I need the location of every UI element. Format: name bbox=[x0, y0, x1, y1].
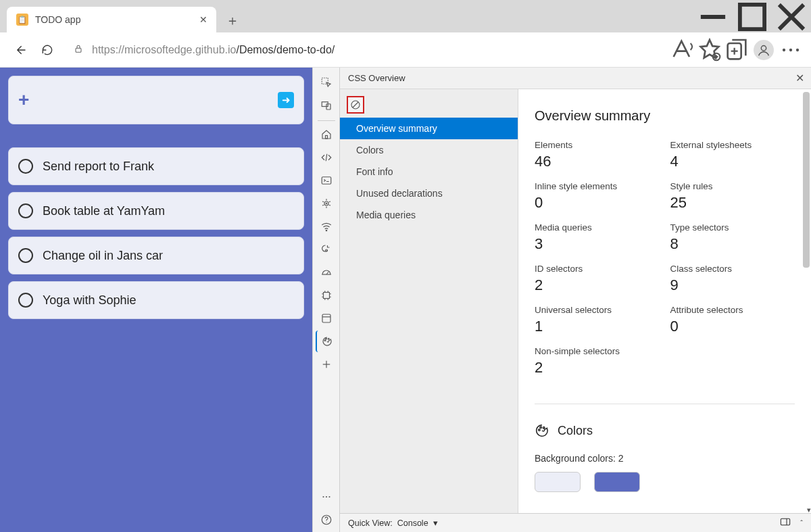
scrollbar[interactable]: ▾ bbox=[803, 92, 810, 513]
css-overview-panel: CSS Overview ✕ Overview summary Colors F… bbox=[339, 68, 811, 532]
svg-rect-20 bbox=[323, 293, 329, 299]
close-panel-button[interactable]: ✕ bbox=[795, 72, 804, 84]
todo-checkbox[interactable] bbox=[18, 203, 33, 218]
welcome-icon[interactable] bbox=[316, 124, 337, 145]
refresh-button[interactable] bbox=[34, 37, 61, 64]
url-text: https://microsoftedge.github.io/Demos/de… bbox=[92, 44, 335, 56]
todo-text: Send report to Frank bbox=[43, 160, 154, 174]
avatar-icon bbox=[754, 40, 774, 60]
window-close-button[interactable] bbox=[772, 1, 811, 32]
devtools-toolbar bbox=[312, 68, 339, 532]
add-task-icon[interactable]: + bbox=[18, 89, 29, 111]
settings-menu-button[interactable] bbox=[777, 37, 804, 64]
todo-text: Change oil in Jans car bbox=[43, 249, 163, 263]
todo-text: Yoga with Sophie bbox=[43, 293, 136, 308]
stat-label: Style rules bbox=[670, 181, 795, 191]
todo-item[interactable]: Send report to Frank bbox=[8, 147, 304, 185]
clear-overview-button[interactable] bbox=[347, 96, 364, 114]
todo-checkbox[interactable] bbox=[18, 248, 33, 263]
svg-point-23 bbox=[324, 340, 326, 341]
svg-line-34 bbox=[353, 102, 358, 107]
svg-point-28 bbox=[322, 496, 324, 498]
nav-unused-declarations[interactable]: Unused declarations bbox=[340, 183, 518, 204]
quick-view-bar: Quick View: Console ▾ ˆ bbox=[340, 513, 811, 532]
svg-point-32 bbox=[326, 522, 326, 523]
read-aloud-button[interactable] bbox=[669, 37, 696, 64]
inspect-element-icon[interactable] bbox=[316, 72, 337, 93]
chevron-up-icon[interactable]: ˆ bbox=[800, 519, 803, 527]
tab-title: TODO app bbox=[35, 14, 197, 25]
help-icon[interactable] bbox=[316, 509, 337, 531]
color-swatch[interactable] bbox=[535, 472, 581, 492]
elements-tool-icon[interactable] bbox=[316, 147, 337, 168]
memory-tool-icon[interactable] bbox=[316, 239, 337, 260]
todo-checkbox[interactable] bbox=[18, 293, 33, 308]
stat-label: Type selectors bbox=[670, 222, 795, 233]
svg-point-18 bbox=[326, 230, 327, 231]
summary-heading: Overview summary bbox=[535, 108, 795, 124]
todo-item[interactable]: Change oil in Jans car bbox=[8, 237, 304, 274]
nav-font-info[interactable]: Font info bbox=[340, 161, 518, 183]
stat-value: 2 bbox=[535, 276, 660, 294]
favorites-button[interactable] bbox=[696, 37, 723, 64]
todo-text: Book table at YamYam bbox=[43, 204, 165, 218]
browser-tab[interactable]: 📋 TODO app ✕ bbox=[7, 7, 216, 32]
stat-value: 0 bbox=[670, 318, 795, 335]
url-input[interactable]: https://microsoftedge.github.io/Demos/de… bbox=[66, 38, 664, 62]
stat-value: 3 bbox=[535, 235, 660, 253]
device-toggle-icon[interactable] bbox=[316, 95, 337, 116]
network-tool-icon[interactable] bbox=[316, 216, 337, 237]
more-tools-icon[interactable] bbox=[316, 354, 337, 375]
svg-point-25 bbox=[328, 338, 329, 339]
stat-label: Media queries bbox=[535, 222, 660, 233]
close-tab-button[interactable]: ✕ bbox=[197, 14, 210, 26]
svg-point-35 bbox=[539, 429, 541, 431]
chevron-down-icon[interactable]: ▾ bbox=[807, 506, 811, 513]
performance-tool-icon[interactable] bbox=[316, 262, 337, 283]
back-button[interactable] bbox=[7, 37, 34, 64]
svg-point-24 bbox=[325, 338, 326, 339]
collections-button[interactable] bbox=[723, 37, 750, 64]
stat-label: Elements bbox=[535, 140, 660, 150]
window-maximize-button[interactable] bbox=[733, 1, 772, 32]
svg-point-30 bbox=[328, 496, 330, 498]
todo-item[interactable]: Book table at YamYam bbox=[8, 192, 304, 230]
todo-app-page: + ➜ Send report to Frank Book table at Y… bbox=[0, 68, 312, 532]
dock-side-icon[interactable] bbox=[780, 517, 791, 529]
color-swatch[interactable] bbox=[594, 472, 640, 492]
new-tab-button[interactable]: ＋ bbox=[220, 8, 245, 32]
stat-value: 46 bbox=[535, 153, 660, 170]
stat-label: Class selectors bbox=[670, 264, 795, 274]
window-minimize-button[interactable] bbox=[693, 1, 733, 32]
stat-label: External stylesheets bbox=[670, 140, 795, 150]
console-tool-icon[interactable] bbox=[316, 170, 337, 191]
stat-label: ID selectors bbox=[535, 264, 660, 274]
svg-rect-14 bbox=[325, 136, 327, 139]
stat-label: Universal selectors bbox=[535, 305, 660, 315]
profile-button[interactable] bbox=[750, 37, 777, 64]
window-titlebar: 📋 TODO app ✕ ＋ bbox=[0, 0, 811, 32]
css-overview-tool-icon[interactable] bbox=[316, 331, 337, 352]
nav-colors[interactable]: Colors bbox=[340, 139, 518, 161]
todo-item[interactable]: Yoga with Sophie bbox=[8, 281, 304, 319]
svg-point-29 bbox=[325, 496, 326, 498]
nav-overview-summary[interactable]: Overview summary bbox=[340, 118, 518, 139]
todo-input-card[interactable]: + ➜ bbox=[8, 76, 304, 124]
todo-checkbox[interactable] bbox=[18, 159, 33, 174]
storage-tool-icon[interactable] bbox=[316, 308, 337, 329]
svg-rect-15 bbox=[322, 177, 331, 185]
stat-label: Attribute selectors bbox=[670, 305, 795, 315]
stat-value: 0 bbox=[535, 194, 660, 212]
css-overview-detail: Overview summary Elements46 External sty… bbox=[518, 89, 811, 506]
submit-task-icon[interactable]: ➜ bbox=[278, 92, 294, 108]
svg-point-37 bbox=[543, 427, 545, 429]
nav-media-queries[interactable]: Media queries bbox=[340, 204, 518, 226]
stat-label: Non-simple selectors bbox=[535, 346, 660, 356]
quick-view-selector[interactable]: Console ▾ bbox=[397, 518, 438, 528]
devtools-more-icon[interactable] bbox=[316, 486, 337, 508]
svg-rect-4 bbox=[76, 48, 81, 52]
svg-point-9 bbox=[789, 48, 792, 51]
stat-value: 4 bbox=[670, 153, 795, 170]
sources-tool-icon[interactable] bbox=[316, 193, 337, 214]
application-tool-icon[interactable] bbox=[316, 285, 337, 306]
